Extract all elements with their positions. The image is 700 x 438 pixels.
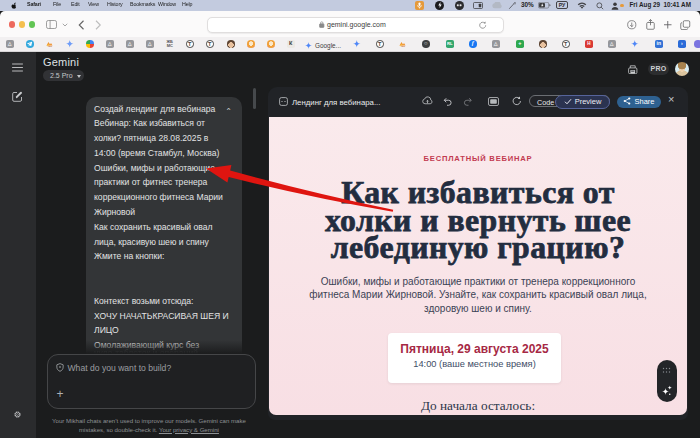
- svg-text:AER: AER: [48, 46, 53, 48]
- svg-text:AER: AER: [401, 46, 406, 48]
